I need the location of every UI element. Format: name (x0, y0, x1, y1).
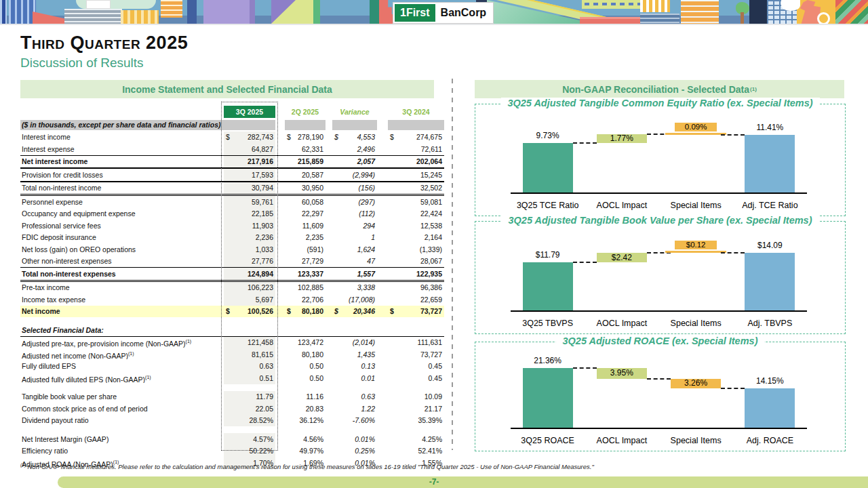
table-row: Adjusted fully diluted EPS (Non-GAAP)(1)… (20, 372, 444, 384)
cell-c-var: 0.01 (332, 372, 377, 384)
row-label: Provision for credit losses (20, 171, 224, 179)
row-label: Personnel expense (20, 198, 224, 206)
table-row: Tangible book value per share11.7911.160… (20, 391, 444, 403)
table-row: Personnel expense59,76160,058(297)59,081 (20, 196, 444, 208)
first-bancorp-logo: 1First BanCorp (393, 3, 493, 23)
banner-shape (741, 12, 744, 24)
row-label: Other non-interest expenses (20, 257, 224, 265)
cell-c-3q25: 17,593 (224, 169, 275, 181)
banner-shape (313, 0, 320, 24)
cell-c-3q24: 15,245 (388, 169, 444, 181)
cell-c-2q25: 22,706 (285, 293, 326, 306)
category-label: AOCL Impact (585, 436, 658, 445)
row-label: Net income (20, 307, 224, 315)
table-row: Efficiency ratio50.22%49.97%0.25%52.41% (20, 445, 444, 458)
left-section-header: Income Statement and Selected Financial … (20, 80, 434, 98)
cell-c-3q24: 0.45 (388, 372, 444, 384)
cell-c-3q24: 59,081 (388, 196, 444, 208)
banner-shape (835, 0, 868, 24)
connector-line (721, 388, 745, 389)
chart-plot: 9.73%1.77%0.09%11.41% (511, 133, 807, 194)
table-row: Net income$100,526$80,180$20,346$73,727 (20, 306, 444, 318)
banner-shape (161, 0, 182, 18)
banner-shape (86, 0, 111, 9)
row-label: Net Interest Margin (GAAP) (20, 435, 224, 443)
row-label: Pre-tax income (20, 283, 224, 291)
chart-tbvps: 3Q25 Adjusted Tangible Book Value per Sh… (475, 221, 846, 334)
logo-first: 1First (395, 4, 435, 22)
table-row: Interest expense64,82762,3312,49672,611 (20, 143, 444, 156)
table-spacer (20, 384, 444, 391)
table-row: Occupancy and equipment expense22,18522,… (20, 208, 444, 220)
table-row: Adjusted pre-tax, pre-provision income (… (20, 337, 444, 349)
cell-c-2q25: 123,472 (285, 337, 326, 349)
cell-c-3q24: 35.39% (388, 415, 444, 427)
chart-tce-ratio: 3Q25 Adjusted Tangible Common Equity Rat… (475, 104, 846, 216)
banner-shape (640, 0, 670, 12)
row-label: Tangible book value per share (20, 392, 224, 401)
cell-c-var: (2,994) (332, 169, 377, 181)
row-label: Interest expense (20, 145, 224, 153)
row-label: Common stock price as of end of period (20, 405, 224, 413)
waterfall-bar (523, 143, 573, 192)
banner-shape (64, 9, 122, 24)
cell-c-2q25: 30,950 (285, 182, 326, 195)
cell-c-3q25: 81,615 (224, 348, 275, 361)
category-label: 3Q25 ROACE (511, 436, 585, 445)
row-label: Adjusted pre-tax, pre-provision income (… (20, 338, 224, 348)
cell-c-3q25: 64,827 (224, 143, 275, 155)
cell-c-3q24 (388, 120, 444, 130)
cell-c-3q25: 0.51 (224, 372, 275, 384)
waterfall-bar (745, 135, 795, 192)
cell-c-var: 1,557 (332, 268, 377, 280)
row-label: Dividend payout ratio (20, 416, 224, 424)
row-label: Efficiency ratio (20, 447, 224, 455)
table-row: Dividend payout ratio28.52%36.12%-7.60%3… (20, 415, 444, 427)
chart-categories: 3Q25 ROACEAOCL ImpactSpecial ItemsAdj. R… (511, 436, 807, 445)
cell-c-3q24: 32,502 (388, 182, 444, 195)
cell-c-3q24: $73,727 (388, 306, 444, 318)
waterfall-bar (665, 133, 726, 135)
slide: 1First BanCorp Third Quarter 2025 Discus… (0, 0, 868, 488)
table-row: Other non-interest expenses27,77627,7294… (20, 256, 444, 268)
column-header-variance: Variance (332, 108, 377, 116)
chart-categories: 3Q25 TBVPSAOCL ImpactSpecial ItemsAdj. T… (511, 319, 807, 328)
waterfall-bar (665, 251, 726, 253)
cell-c-var: (297) (332, 196, 377, 208)
cell-c-2q25: 80,180 (285, 348, 326, 361)
bar-value-label: 9.73% (523, 131, 573, 140)
cell-c-var: 1,435 (332, 348, 377, 361)
cell-c-3q25: 217,916 (224, 156, 275, 168)
chart-title: 3Q25 Adjusted ROACE (ex. Special Items) (556, 336, 765, 346)
waterfall-bar (745, 388, 795, 428)
cell-c-3q25: $282,743 (224, 131, 275, 144)
banner-shape (681, 0, 719, 24)
row-label: FDIC deposit insurance (20, 233, 224, 241)
cell-c-3q25: 11.79 (224, 391, 275, 403)
cell-c-2q25: 215,859 (285, 156, 326, 168)
cell-c-3q25: 59,761 (224, 196, 275, 208)
cell-c-3q24: 122,935 (388, 268, 444, 280)
cell-c-3q24: 10.09 (388, 391, 444, 403)
cell-c-3q24: 72,611 (388, 143, 444, 155)
cell-c-2q25: 0.50 (285, 361, 326, 373)
connector-line (647, 378, 671, 380)
table-row: Net Interest Margin (GAAP)4.57%4.56%0.01… (20, 433, 444, 445)
cell-c-var: $20,346 (332, 306, 377, 318)
bar-value-label: $11.79 (523, 251, 573, 260)
cell-c-3q24: 2,164 (388, 232, 444, 244)
table-row: Adjusted net income (Non-GAAP)(1)81,6158… (20, 348, 444, 361)
chart-plot: $11.79$2.42$0.12$14.09 (511, 251, 807, 312)
row-label: Adjusted net income (Non-GAAP)(1) (20, 350, 224, 360)
cell-c-2q25: 60,058 (285, 196, 326, 208)
cell-c-var: 1,624 (332, 243, 377, 256)
table-row: Fully diluted EPS0.630.500.130.45 (20, 361, 444, 373)
cell-c-3q24: 52.41% (388, 445, 444, 458)
category-label: Special Items (659, 436, 733, 445)
banner-shape (817, 12, 830, 25)
page-subtitle: Discussion of Results (20, 56, 144, 70)
cell-c-3q25: 4.57% (224, 433, 275, 445)
cell-c-var: 47 (332, 256, 377, 268)
connector-line (573, 367, 597, 369)
cell-c-2q25: 2,235 (285, 232, 326, 244)
